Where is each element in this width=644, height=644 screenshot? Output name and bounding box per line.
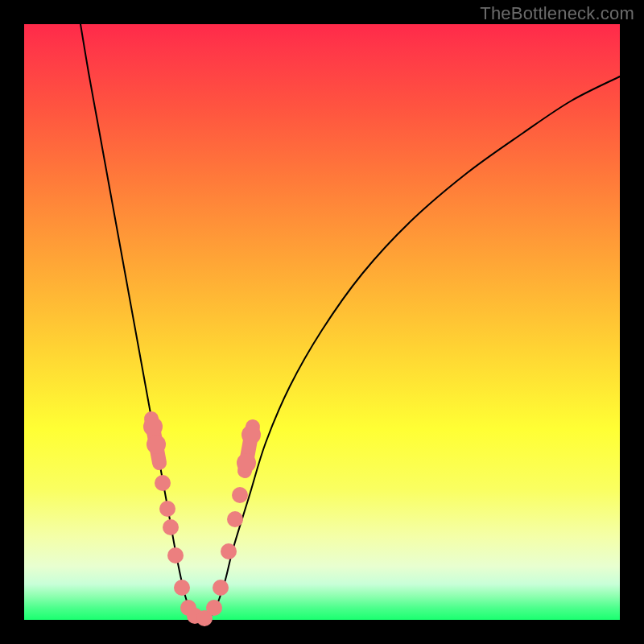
marker-dot <box>237 453 256 473</box>
marker-dot <box>143 417 163 436</box>
marker-dot <box>147 435 166 454</box>
marker-dot <box>174 580 190 596</box>
marker-dot <box>155 475 171 491</box>
marker-dot <box>206 600 222 616</box>
marker-dot <box>242 425 261 444</box>
chart-overlay <box>24 24 620 620</box>
chart-frame: TheBottleneck.com <box>0 0 644 644</box>
marker-dot <box>232 487 248 503</box>
marker-dot <box>163 519 179 535</box>
watermark-text: TheBottleneck.com <box>480 3 634 24</box>
marker-dot <box>213 580 229 596</box>
marker-dot <box>159 501 175 517</box>
curve-right <box>209 76 620 618</box>
marker-dot <box>221 543 237 559</box>
marker-dot <box>227 511 243 527</box>
marker-dot <box>167 547 184 564</box>
